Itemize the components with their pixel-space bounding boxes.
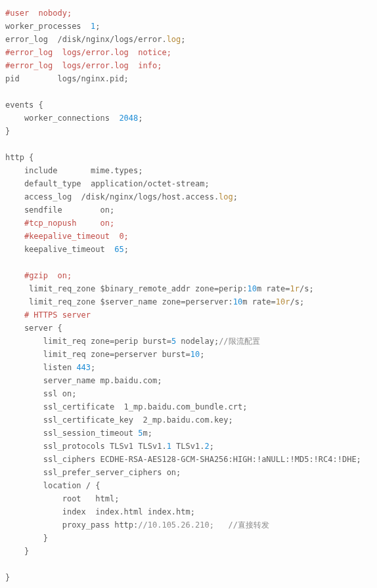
token-kw [5, 271, 24, 280]
token-kw: ssl_certificate 1_mp.baidu.com_bundle.cr… [5, 402, 247, 411]
token-kw: root html; [5, 494, 119, 503]
token-ratio: 1r [290, 284, 299, 293]
code-line: ssl_ciphers ECDHE-RSA-AES128-GCM-SHA256:… [5, 455, 361, 464]
token-kw: limit_req zone=perserver burst= [5, 350, 190, 359]
token-kw: worker_connections [5, 114, 119, 123]
token-kw [5, 232, 24, 241]
token-kw: } [5, 127, 10, 136]
token-num: 2048 [119, 114, 138, 123]
token-url: //10.105.26.210; //直接转发 [138, 520, 269, 530]
code-line: } [5, 534, 48, 543]
token-kw: error_log /disk/nginx/logs/error. [5, 35, 167, 44]
token-comment: #user nobody; [5, 9, 72, 18]
token-kw: ; [138, 114, 143, 123]
token-comment: #tcp_nopush on; [24, 219, 114, 228]
token-kw: worker_processes [5, 22, 91, 31]
token-kw: ; [210, 442, 214, 451]
code-line: } [5, 573, 10, 582]
token-kw: ; [233, 192, 238, 201]
token-kw: default_type application/octet-stream; [5, 179, 210, 188]
token-kw: /s; [290, 297, 305, 306]
token-kw: m; [143, 429, 152, 438]
token-num: 10 [190, 350, 200, 359]
token-kw: TLSv1. [171, 442, 205, 451]
token-kw: } [5, 534, 48, 543]
token-kw: m rate= [242, 297, 276, 306]
token-kw: ; [91, 363, 95, 372]
code-line: #keepalive_timeout 0; [5, 232, 129, 241]
token-kw: ; [200, 350, 204, 359]
token-kw: include mime.types; [5, 166, 143, 175]
token-log: log [167, 35, 181, 44]
token-num: 10 [247, 284, 256, 293]
token-num: 1 [167, 442, 171, 451]
code-line: events { [5, 100, 43, 110]
token-ratio: 10r [276, 297, 290, 306]
code-line: #error_log logs/error.log info; [5, 61, 162, 70]
code-line: server { [5, 324, 62, 333]
token-kw: ; [95, 22, 100, 31]
token-kw: } [5, 547, 29, 556]
code-line: } [5, 127, 10, 136]
code-line: include mime.types; [5, 166, 143, 175]
token-kw: location / { [5, 481, 100, 490]
code-line: limit_req zone=perserver burst=10; [5, 350, 204, 359]
token-num: 65 [114, 245, 123, 254]
code-line: } [5, 547, 29, 556]
token-kw: limit_req zone=perip burst= [5, 337, 171, 346]
code-line: ssl_certificate_key 2_mp.baidu.com.key; [5, 415, 233, 425]
token-comment: #keepalive_timeout 0; [24, 232, 129, 241]
code-line: #error_log logs/error.log notice; [5, 48, 171, 57]
token-kw: index index.html index.htm; [5, 507, 195, 516]
token-kw [5, 310, 24, 320]
token-comment: #gzip on; [24, 271, 72, 280]
code-line: ssl_certificate 1_mp.baidu.com_bundle.cr… [5, 402, 247, 411]
code-line: keepalive_timeout 65; [5, 245, 129, 254]
token-kw: server { [5, 324, 62, 333]
token-kw: ssl_protocols TLSv1 TLSv1. [5, 442, 167, 451]
token-kw: nodelay; [176, 337, 219, 346]
token-kw: ; [181, 35, 185, 44]
code-line: limit_req zone=perip burst=5 nodelay;//限… [5, 337, 260, 346]
token-kw: pid logs/nginx.pid; [5, 74, 129, 83]
nginx-config-code: #user nobody; worker_processes 1; error_… [0, 0, 377, 588]
token-kw: ssl_prefer_server_ciphers on; [5, 468, 181, 477]
token-kw: ; [124, 245, 129, 254]
code-line: worker_connections 2048; [5, 114, 143, 123]
code-line: # HTTPS server [5, 310, 91, 320]
code-line: #gzip on; [5, 271, 72, 280]
code-line: sendfile on; [5, 205, 114, 215]
token-num: 5 [138, 429, 143, 438]
token-log: log [219, 192, 233, 201]
code-line: location / { [5, 481, 100, 490]
code-line: http { [5, 153, 33, 162]
token-kw: limit_req_zone $server_name zone=perserv… [5, 297, 233, 306]
token-kw: ssl_certificate_key 2_mp.baidu.com.key; [5, 415, 233, 425]
token-kw [5, 219, 24, 228]
token-kw: ssl on; [5, 389, 76, 398]
token-kw: listen [5, 363, 76, 372]
token-kw: access_log /disk/nginx/logs/host.access. [5, 192, 219, 201]
code-line: server_name mp.baidu.com; [5, 376, 162, 385]
token-kw: keepalive_timeout [5, 245, 114, 254]
code-line: ssl_prefer_server_ciphers on; [5, 468, 181, 477]
token-comment: #error_log logs/error.log info; [5, 61, 162, 70]
code-line: ssl_session_timeout 5m; [5, 429, 152, 438]
code-line: #tcp_nopush on; [5, 219, 114, 228]
code-line: ssl on; [5, 389, 76, 398]
token-num: 2 [204, 442, 209, 451]
token-num: 10 [233, 297, 242, 306]
code-line: error_log /disk/nginx/logs/error.log; [5, 35, 186, 44]
code-line: limit_req_zone $server_name zone=perserv… [5, 297, 304, 306]
token-num: 443 [76, 363, 91, 372]
token-kw: m rate= [257, 284, 290, 293]
code-line: pid logs/nginx.pid; [5, 74, 129, 83]
token-comment: # HTTPS server [24, 310, 91, 320]
token-kw: proxy_pass http: [5, 520, 138, 530]
token-kw: ssl_session_timeout [5, 429, 138, 438]
code-line: root html; [5, 494, 119, 503]
token-kw: limit_req_zone $binary_remote_addr zone=… [5, 284, 247, 293]
token-kw: sendfile on; [5, 205, 114, 215]
token-comment: #error_log logs/error.log notice; [5, 48, 171, 57]
token-kw: ssl_ciphers ECDHE-RSA-AES128-GCM-SHA256:… [5, 455, 361, 464]
